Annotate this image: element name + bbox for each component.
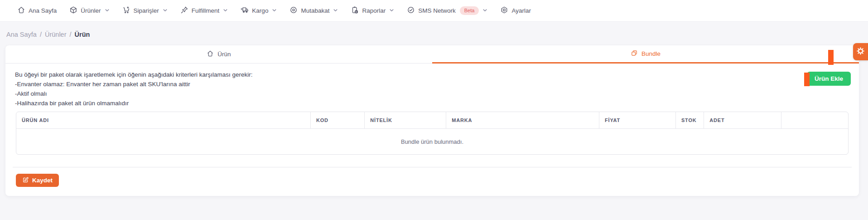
save-row: Kaydet [16, 174, 59, 187]
bundle-info-row: Bu öğeyi bir paket olarak işaretlemek iç… [5, 64, 859, 108]
save-button[interactable]: Kaydet [16, 174, 59, 187]
nav-label: Raporlar [362, 7, 386, 14]
table-header-row: ÜRÜN ADI KOD NİTELİK MARKA FİYAT STOK AD… [16, 112, 848, 129]
settings-icon [500, 6, 508, 15]
check-circle-icon [407, 6, 415, 15]
nav-label: Fulfillment [192, 7, 220, 14]
column-header-kod: KOD [311, 112, 365, 129]
nav-item-urunler[interactable]: Ürünler [69, 6, 109, 15]
copy-icon [631, 49, 638, 58]
empty-state-row: Bundle ürün bulunmadı. [16, 129, 848, 154]
nav-item-ayarlar[interactable]: Ayarlar [500, 6, 531, 15]
bundle-criteria-text: Bu öğeyi bir paket olarak işaretlemek iç… [15, 70, 252, 108]
nav-item-sms-network[interactable]: SMS Network Beta [407, 6, 487, 15]
add-product-label: Ürün Ekle [815, 75, 843, 82]
criteria-line: -Halihazırda bir paket alt ürün olmamalı… [15, 98, 252, 108]
tab-label: Bundle [641, 50, 661, 57]
home-icon [17, 6, 25, 15]
bundle-table-wrap: ÜRÜN ADI KOD NİTELİK MARKA FİYAT STOK AD… [16, 112, 849, 155]
breadcrumb-current-urun: Ürün [75, 31, 90, 38]
column-header-marka: MARKA [446, 112, 599, 129]
settings-fab-button[interactable] [853, 43, 868, 60]
nav-label: Mutabakat [301, 7, 329, 14]
column-header-actions [781, 112, 848, 129]
column-header-adet: ADET [704, 112, 781, 129]
bundle-card: Ürün Bundle Bu öğeyi bir paket olarak iş… [5, 45, 859, 196]
tab-bar: Ürün Bundle [5, 45, 859, 64]
breadcrumb-urunler[interactable]: Ürünler [45, 31, 67, 38]
criteria-line: -Envanter olamaz: Envanter her zaman pak… [15, 79, 252, 89]
column-header-nitelik: NİTELİK [365, 112, 446, 129]
nav-item-raporlar[interactable]: Raporlar [351, 6, 394, 15]
chevron-down-icon [272, 7, 277, 14]
chevron-down-icon [482, 7, 487, 14]
edit-pencil-icon [22, 176, 29, 185]
chevron-down-icon [163, 7, 168, 14]
bundle-products-table: ÜRÜN ADI KOD NİTELİK MARKA FİYAT STOK AD… [16, 112, 849, 155]
package-icon [69, 6, 77, 15]
empty-state-message: Bundle ürün bulunmadı. [16, 129, 848, 154]
column-header-fiyat: FİYAT [599, 112, 676, 129]
gear-icon [856, 47, 865, 57]
home-icon [207, 50, 214, 59]
nav-item-kargo[interactable]: Kargo [241, 6, 277, 15]
highlight-bar-add [804, 73, 810, 86]
tab-bundle[interactable]: Bundle [432, 45, 859, 64]
tab-label: Ürün [217, 51, 231, 58]
save-label: Kaydet [32, 177, 53, 184]
breadcrumb: Ana Sayfa / Ürünler / Ürün [0, 22, 868, 38]
nav-label: Ana Sayfa [29, 7, 57, 14]
column-header-urun-adi: ÜRÜN ADI [16, 112, 311, 129]
top-navbar: Ana Sayfa Ürünler Siparişler Fulfillment [0, 0, 868, 22]
highlight-bar-tab [828, 50, 834, 65]
pin-icon [180, 6, 188, 15]
criteria-line: Bu öğeyi bir paket olarak işaretlemek iç… [15, 70, 252, 79]
column-header-stok: STOK [676, 112, 704, 129]
breadcrumb-separator: / [70, 31, 72, 38]
nav-label: SMS Network [418, 7, 456, 14]
section-divider [13, 167, 852, 167]
nav-label: Ayarlar [511, 7, 531, 14]
chevron-down-icon [223, 7, 228, 14]
chevron-down-icon [105, 7, 110, 14]
nav-label: Kargo [252, 7, 268, 14]
add-product-button[interactable]: Ürün Ekle [807, 72, 851, 86]
clipboard-clock-icon [351, 6, 359, 15]
tab-urun[interactable]: Ürün [5, 45, 432, 64]
circle-dot-icon [289, 6, 298, 15]
criteria-line: -Aktif olmalı [15, 89, 252, 98]
beta-badge: Beta [460, 6, 479, 15]
nav-item-siparisler[interactable]: Siparişler [122, 6, 168, 15]
breadcrumb-ana-sayfa[interactable]: Ana Sayfa [6, 31, 37, 38]
chevron-down-icon [333, 7, 338, 14]
nav-label: Ürünler [81, 7, 101, 14]
cart-plus-icon [122, 6, 130, 15]
truck-icon [241, 6, 249, 15]
chevron-down-icon [389, 7, 394, 14]
nav-item-ana-sayfa[interactable]: Ana Sayfa [17, 6, 57, 15]
nav-item-fulfillment[interactable]: Fulfillment [180, 6, 228, 15]
breadcrumb-separator: / [40, 31, 42, 38]
nav-label: Siparişler [134, 7, 159, 14]
nav-item-mutabakat[interactable]: Mutabakat [289, 6, 338, 15]
